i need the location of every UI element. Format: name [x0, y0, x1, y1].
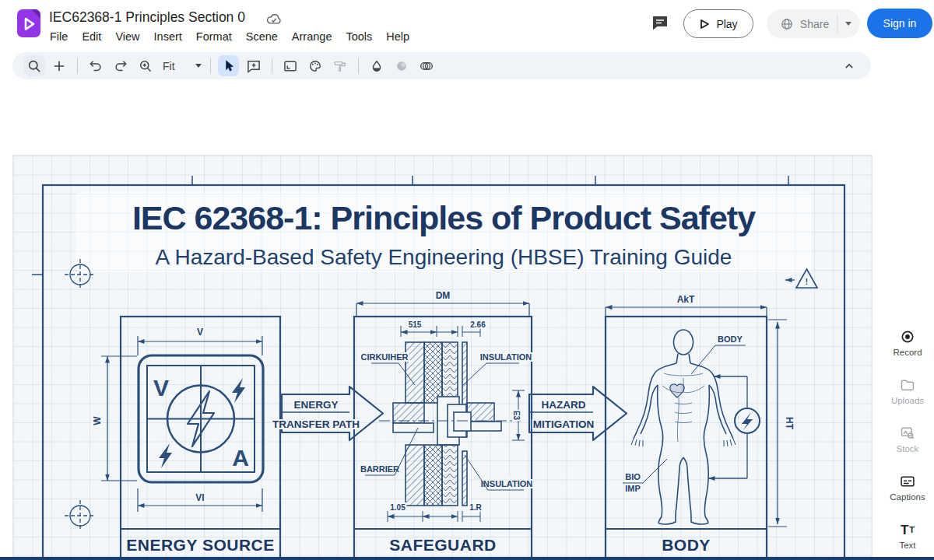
blueprint-title: IEC 62368-1: Principles of Product Safet…: [132, 199, 756, 236]
select-tool-icon[interactable]: [218, 55, 239, 76]
document-title[interactable]: IEC62368-1 Principles Section 0: [49, 9, 245, 26]
bolt-small-icon: [232, 378, 245, 403]
rail-label: Captions: [890, 492, 925, 502]
arrow2-line1: HAZARD: [542, 399, 586, 411]
stock-image-icon: [900, 425, 915, 442]
google-vids-window: IEC62368-1 Principles Section 0 File Edi…: [0, 0, 934, 560]
menu-help[interactable]: Help: [379, 30, 416, 43]
zoom-value: Fit: [163, 60, 175, 72]
callout-barrier: BARRIER: [360, 464, 399, 474]
callout-insulation-bottom: INSULATION: [481, 479, 532, 488]
rail-item-text[interactable]: TT Text: [881, 521, 934, 557]
menu-format[interactable]: Format: [189, 30, 239, 43]
menu-file[interactable]: File: [43, 30, 75, 43]
menu-insert[interactable]: Insert: [147, 30, 189, 43]
menu-view[interactable]: View: [108, 30, 146, 43]
dim-label-1r: 1.R: [469, 503, 482, 512]
blur-icon: [391, 55, 412, 76]
ink-droplet-icon[interactable]: [366, 55, 387, 76]
arrow1-line2: TRANSFER PATH: [272, 418, 360, 430]
callout-insulation-top: INSULATION: [480, 352, 532, 362]
vids-logo-icon[interactable]: [17, 9, 40, 37]
arrow1-line1: ENERGY: [293, 399, 338, 411]
dim-label-akt: AkT: [677, 294, 695, 305]
bolt-small-icon: [159, 443, 172, 468]
svg-text:!: !: [806, 278, 808, 286]
registration-mark: [65, 259, 96, 531]
rail-label: Stock: [897, 444, 919, 453]
body-panel: AkT HT: [606, 294, 795, 560]
energy-panel-label: ENERGY SOURCE: [126, 536, 275, 554]
zoom-select[interactable]: Fit: [163, 60, 202, 72]
search-menus-icon[interactable]: [24, 55, 45, 76]
add-scene-icon[interactable]: [49, 55, 70, 76]
dim-label-e3: E3: [512, 411, 521, 421]
rail-item-stock[interactable]: Stock: [881, 425, 934, 460]
quadrant-v: V: [153, 375, 169, 401]
collapse-toolbar-icon[interactable]: [839, 55, 860, 76]
arrow2-line2: MITIGATION: [533, 418, 595, 430]
dim-label-dm: DM: [436, 290, 451, 301]
callout-cirkuiher: CIRKUIHER: [360, 352, 408, 362]
menu-edit[interactable]: Edit: [75, 30, 108, 43]
motion-rings-icon[interactable]: [416, 55, 437, 76]
sign-in-label: Sign in: [883, 17, 917, 30]
record-icon: [900, 328, 915, 345]
share-label: Share: [800, 18, 829, 30]
redo-icon[interactable]: [111, 55, 132, 76]
menu-tools[interactable]: Tools: [339, 30, 379, 43]
zoom-in-icon[interactable]: [135, 55, 156, 76]
menu-arrange[interactable]: Arrange: [285, 30, 339, 43]
play-button[interactable]: Play: [683, 9, 753, 38]
undo-icon[interactable]: [86, 55, 107, 76]
dim-label-v: V: [197, 327, 203, 338]
share-button[interactable]: Share: [767, 9, 860, 38]
captions-icon: [900, 473, 915, 490]
callout-body: BODY: [718, 334, 743, 344]
toolbar-divider: [77, 58, 78, 74]
rail-label: Text: [899, 541, 915, 550]
human-figure: [631, 330, 736, 524]
quadrant-a: A: [232, 445, 249, 471]
callout-bio: BIO: [625, 472, 641, 481]
play-label: Play: [716, 18, 737, 30]
blueprint-subtitle: A Hazard-Based Safety Engineering (HBSE)…: [156, 245, 732, 269]
sign-in-button[interactable]: Sign in: [867, 9, 932, 38]
safeguard-panel-label: SAFEGUARD: [389, 536, 497, 554]
toolbar: Fit: [12, 52, 871, 79]
dim-label-vi: VI: [195, 492, 204, 503]
folder-icon: [900, 376, 915, 394]
toolbar-divider: [358, 58, 359, 74]
dim-label-515: 515: [409, 320, 422, 329]
paint-roller-icon: [329, 55, 350, 76]
hazard-mitigation-arrow: HAZARD MITIGATION: [529, 387, 627, 440]
callout-imp: IMP: [625, 484, 641, 493]
share-dropdown-button[interactable]: [837, 9, 859, 38]
canvas-frame-icon[interactable]: [279, 55, 300, 76]
dim-label-w: W: [92, 416, 103, 425]
side-rail: Record Uploads Stock Captions TT Text: [881, 328, 934, 560]
rail-item-uploads[interactable]: Uploads: [881, 376, 934, 412]
body-panel-label: BODY: [662, 536, 711, 554]
toolbar-divider: [272, 58, 272, 74]
timeline-edge-strip: [0, 557, 934, 560]
comment-history-icon[interactable]: [651, 14, 669, 33]
rail-label: Uploads: [891, 396, 924, 405]
scene-canvas[interactable]: IEC 62368-1: Principles of Product Safet…: [13, 156, 872, 560]
rail-item-captions[interactable]: Captions: [881, 473, 934, 509]
globe-icon: [780, 17, 794, 31]
heart-icon: [670, 384, 684, 397]
palette-icon[interactable]: [304, 55, 325, 76]
menu-bar: File Edit View Insert Format Scene Arran…: [43, 28, 416, 45]
safeguard-panel: DM 515 2.66: [354, 290, 532, 560]
chevron-down-icon: [195, 64, 202, 68]
energy-transfer-arrow: ENERGY TRANSFER PATH: [272, 387, 383, 440]
text-icon: TT: [901, 521, 915, 538]
menu-scene[interactable]: Scene: [239, 30, 285, 43]
dim-label-105: 1.05: [390, 503, 406, 512]
add-comment-icon[interactable]: [243, 55, 264, 76]
play-triangle-icon: [699, 19, 710, 30]
rail-item-record[interactable]: Record: [881, 328, 934, 364]
cloud-saved-icon[interactable]: [265, 12, 283, 29]
toolbar-divider: [210, 58, 211, 74]
